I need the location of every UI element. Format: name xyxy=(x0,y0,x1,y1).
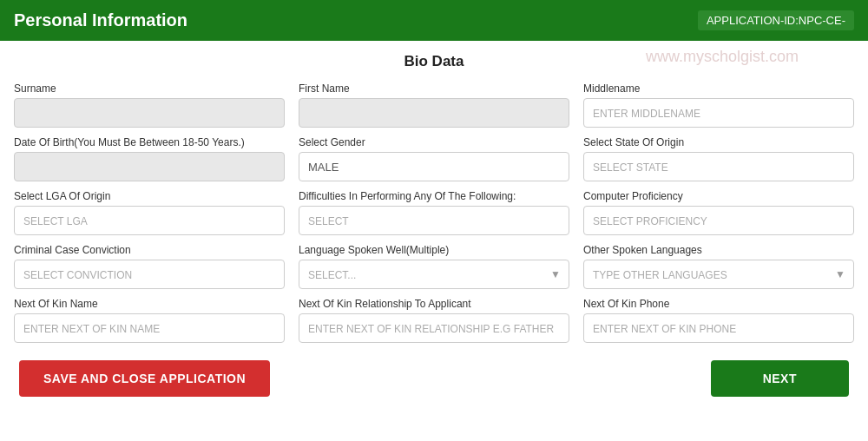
save-and-close-button[interactable]: SAVE AND CLOSE APPLICATION xyxy=(19,360,270,397)
gender-input[interactable] xyxy=(299,152,569,181)
firstname-group: First Name xyxy=(299,82,569,128)
button-row: SAVE AND CLOSE APPLICATION NEXT xyxy=(14,360,854,397)
firstname-input[interactable] xyxy=(299,98,569,128)
state-group: Select State Of Origin xyxy=(583,136,854,181)
gender-label: Select Gender xyxy=(299,136,569,148)
difficulties-group: Difficulties In Performing Any Of The Fo… xyxy=(299,190,569,235)
bio-data-form: Surname First Name Middlename Date Of Bi… xyxy=(14,82,854,343)
nok-relationship-group: Next Of Kin Relationship To Applicant xyxy=(299,298,569,343)
state-label: Select State Of Origin xyxy=(583,136,854,148)
proficiency-input[interactable] xyxy=(583,206,854,235)
content-area: Bio Data Surname First Name Middlename D… xyxy=(0,41,868,411)
other-languages-select-wrapper[interactable]: ▼ xyxy=(583,260,854,289)
nok-relationship-input[interactable] xyxy=(299,313,569,343)
language-label: Language Spoken Well(Multiple) xyxy=(299,244,569,256)
state-input[interactable] xyxy=(583,152,854,181)
surname-label: Surname xyxy=(14,82,285,95)
language-group: Language Spoken Well(Multiple) ▼ xyxy=(299,244,569,289)
middlename-group: Middlename xyxy=(583,82,854,128)
conviction-label: Criminal Case Conviction xyxy=(14,244,285,256)
language-input[interactable] xyxy=(299,260,569,289)
lga-input[interactable] xyxy=(14,206,285,235)
lga-label: Select LGA Of Origin xyxy=(14,190,285,202)
dob-group: Date Of Birth(You Must Be Between 18-50 … xyxy=(14,136,285,181)
conviction-input[interactable] xyxy=(14,260,285,289)
nok-phone-group: Next Of Kin Phone xyxy=(583,298,854,343)
nok-name-group: Next Of Kin Name xyxy=(14,298,285,343)
header: Personal Information APPLICATION-ID:NPC-… xyxy=(0,0,868,41)
surname-input[interactable] xyxy=(14,98,285,128)
gender-group: Select Gender xyxy=(299,136,569,181)
dob-label: Date Of Birth(You Must Be Between 18-50 … xyxy=(14,136,285,148)
middlename-input[interactable] xyxy=(583,98,854,128)
proficiency-label: Computer Proficiency xyxy=(583,190,854,202)
surname-group: Surname xyxy=(14,82,285,128)
nok-relationship-label: Next Of Kin Relationship To Applicant xyxy=(299,298,569,310)
firstname-label: First Name xyxy=(299,82,569,95)
other-languages-input[interactable] xyxy=(583,260,854,289)
lga-group: Select LGA Of Origin xyxy=(14,190,285,235)
nok-phone-input[interactable] xyxy=(583,313,854,343)
difficulties-input[interactable] xyxy=(299,206,569,235)
other-languages-group: Other Spoken Languages ▼ xyxy=(583,244,854,289)
nok-name-label: Next Of Kin Name xyxy=(14,298,285,310)
other-languages-label: Other Spoken Languages xyxy=(583,244,854,256)
next-button[interactable]: NEXT xyxy=(711,360,849,397)
middlename-label: Middlename xyxy=(583,82,854,95)
section-title: Bio Data xyxy=(14,53,854,70)
page-title: Personal Information xyxy=(14,10,187,30)
nok-phone-label: Next Of Kin Phone xyxy=(583,298,854,310)
proficiency-group: Computer Proficiency xyxy=(583,190,854,235)
dob-input[interactable] xyxy=(14,152,285,181)
app-id-badge: APPLICATION-ID:NPC-CE- xyxy=(698,10,854,30)
nok-name-input[interactable] xyxy=(14,313,285,343)
conviction-group: Criminal Case Conviction xyxy=(14,244,285,289)
difficulties-label: Difficulties In Performing Any Of The Fo… xyxy=(299,190,569,202)
language-select-wrapper[interactable]: ▼ xyxy=(299,260,569,289)
